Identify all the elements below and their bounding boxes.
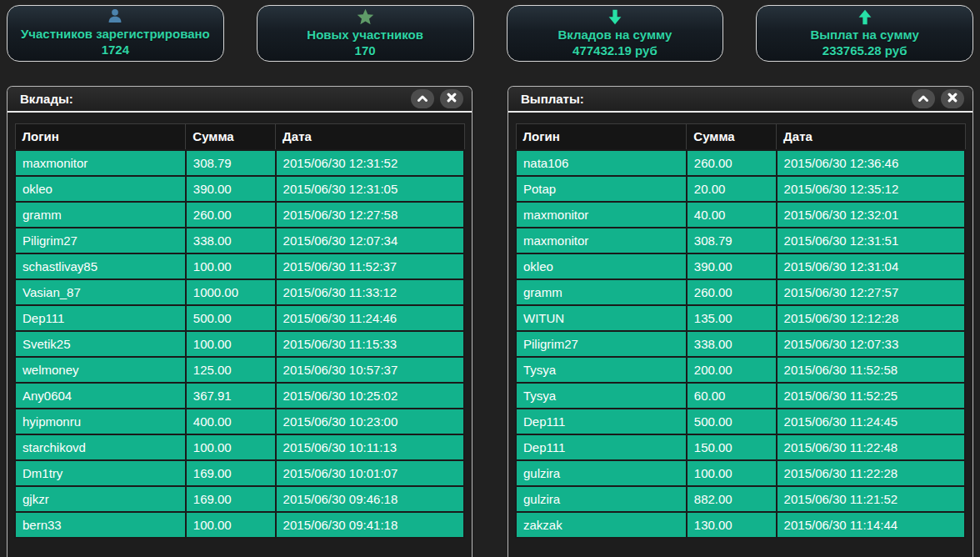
- cell-date: 2015/06/30 12:27:57: [777, 279, 965, 305]
- cell-date: 2015/06/30 10:01:07: [276, 460, 464, 486]
- table-row: zakzak130.002015/06/30 11:14:44: [516, 512, 965, 538]
- cell-date: 2015/06/30 12:36:46: [777, 150, 965, 176]
- stat-value: 477432.19 руб: [572, 43, 658, 58]
- cell-login: Dep111: [15, 305, 186, 331]
- column-header-amount: Сумма: [186, 124, 276, 150]
- column-header-amount: Сумма: [687, 124, 777, 150]
- cell-login: gulzira: [516, 460, 687, 486]
- cell-login: maxmonitor: [516, 228, 687, 253]
- stat-value: 1724: [102, 42, 129, 58]
- cell-date: 2015/06/30 12:27:58: [276, 202, 464, 228]
- table-row: Any0604367.912015/06/30 10:25:02: [15, 383, 464, 409]
- cell-amount: 390.00: [687, 253, 777, 279]
- stat-card-deposits-total: Вкладов на сумму 477432.19 руб: [507, 5, 724, 62]
- cell-login: starchikovd: [15, 434, 186, 460]
- stat-value: 170: [355, 43, 376, 58]
- cell-date: 2015/06/30 09:46:18: [276, 486, 464, 512]
- cell-amount: 20.00: [687, 176, 777, 202]
- stat-card-new-participants: Новых участников 170: [257, 5, 474, 62]
- cell-date: 2015/06/30 11:24:45: [777, 409, 965, 434]
- cell-amount: 260.00: [186, 202, 276, 228]
- cell-amount: 500.00: [687, 409, 777, 434]
- collapse-button[interactable]: [912, 89, 935, 108]
- table-row: WITUN135.002015/06/30 12:12:28: [516, 305, 965, 331]
- table-header-row: Логин Сумма Дата: [15, 124, 464, 150]
- cell-login: WITUN: [516, 305, 687, 331]
- cell-amount: 200.00: [687, 357, 777, 383]
- chevron-up-icon: [918, 93, 929, 105]
- panel-titlebar: Вклады:: [8, 87, 472, 113]
- star-icon: [355, 8, 376, 27]
- cell-date: 2015/06/30 09:41:18: [276, 512, 464, 538]
- cell-amount: 500.00: [186, 305, 276, 331]
- table-row: welmoney125.002015/06/30 10:57:37: [15, 357, 464, 383]
- cell-login: welmoney: [15, 357, 186, 383]
- cell-date: 2015/06/30 12:32:01: [777, 202, 965, 228]
- cell-amount: 400.00: [186, 409, 276, 434]
- cell-login: Piligrim27: [516, 331, 687, 357]
- cell-amount: 100.00: [186, 434, 276, 460]
- cell-date: 2015/06/30 10:23:00: [276, 409, 464, 434]
- cell-login: okleo: [15, 176, 186, 202]
- cell-login: maxmonitor: [516, 202, 687, 228]
- cell-amount: 100.00: [186, 331, 276, 357]
- cell-login: Tysya: [516, 383, 687, 409]
- cell-date: 2015/06/30 11:52:25: [777, 383, 965, 409]
- cell-date: 2015/06/30 11:14:44: [777, 512, 965, 538]
- table-row: gramm260.002015/06/30 12:27:58: [15, 202, 464, 228]
- table-row: Dep111500.002015/06/30 11:24:45: [516, 409, 965, 434]
- cell-amount: 130.00: [687, 512, 777, 538]
- arrow-up-icon: [856, 8, 874, 27]
- cell-amount: 100.00: [186, 253, 276, 279]
- cell-login: gjkzr: [15, 486, 186, 512]
- table-row: Piligrim27338.002015/06/30 12:07:33: [516, 331, 965, 357]
- table-row: Potap20.002015/06/30 12:35:12: [516, 176, 965, 202]
- close-button[interactable]: [941, 89, 964, 108]
- cell-login: hyipmonru: [15, 409, 186, 434]
- panel-payouts: Выплаты: Логин Сумма Дата: [508, 86, 973, 557]
- cell-date: 2015/06/30 10:25:02: [276, 383, 464, 409]
- cell-login: Dep111: [516, 409, 687, 434]
- table-header-row: Логин Сумма Дата: [516, 124, 965, 150]
- stat-card-payouts-total: Выплат на сумму 233765.28 руб: [756, 5, 973, 62]
- close-button[interactable]: [440, 89, 463, 108]
- table-row: schastlivay85100.002015/06/30 11:52:37: [15, 253, 464, 279]
- cell-amount: 125.00: [186, 357, 276, 383]
- cell-amount: 260.00: [687, 279, 777, 305]
- collapse-button[interactable]: [411, 89, 434, 108]
- cell-amount: 135.00: [687, 305, 777, 331]
- cell-amount: 150.00: [687, 434, 777, 460]
- deposits-table: Логин Сумма Дата maxmonitor308.792015/06…: [14, 123, 465, 539]
- table-row: Tysya60.002015/06/30 11:52:25: [516, 383, 965, 409]
- stat-label: Выплат на сумму: [810, 27, 918, 43]
- cell-date: 2015/06/30 11:33:12: [276, 279, 464, 305]
- cell-login: Dm1try: [15, 460, 186, 486]
- cell-amount: 338.00: [186, 228, 276, 253]
- cell-date: 2015/06/30 12:31:05: [276, 176, 464, 202]
- cell-amount: 169.00: [186, 486, 276, 512]
- column-header-date: Дата: [777, 124, 965, 150]
- close-icon: [447, 93, 457, 105]
- cell-amount: 100.00: [687, 460, 777, 486]
- cell-amount: 338.00: [687, 331, 777, 357]
- cell-date: 2015/06/30 11:21:52: [777, 486, 965, 512]
- cell-amount: 169.00: [186, 460, 276, 486]
- cell-date: 2015/06/30 11:15:33: [276, 331, 464, 357]
- cell-login: bern33: [15, 512, 186, 538]
- cell-date: 2015/06/30 12:31:04: [777, 253, 965, 279]
- table-row: gulzira882.002015/06/30 11:21:52: [516, 486, 965, 512]
- table-row: starchikovd100.002015/06/30 10:11:13: [15, 434, 464, 460]
- cell-date: 2015/06/30 12:12:28: [777, 305, 965, 331]
- cell-date: 2015/06/30 12:35:12: [777, 176, 965, 202]
- panel-body: Логин Сумма Дата maxmonitor308.792015/06…: [8, 113, 472, 539]
- cell-login: maxmonitor: [15, 150, 186, 176]
- cell-login: zakzak: [516, 512, 687, 538]
- table-row: okleo390.002015/06/30 12:31:04: [516, 253, 965, 279]
- user-icon: [106, 8, 124, 26]
- column-header-date: Дата: [276, 124, 464, 150]
- cell-login: schastlivay85: [15, 253, 186, 279]
- stat-label: Вкладов на сумму: [558, 27, 672, 43]
- stats-row: Участников зарегистрировано 1724 Новых у…: [0, 0, 980, 62]
- stat-label: Участников зарегистрировано: [21, 26, 210, 42]
- cell-amount: 390.00: [186, 176, 276, 202]
